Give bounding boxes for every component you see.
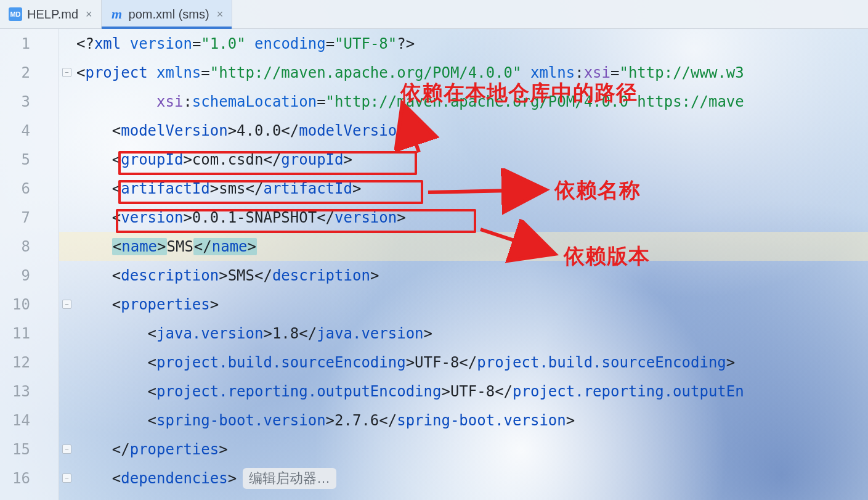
code-line[interactable]: <project.reporting.outputEncoding>UTF-8<…	[59, 377, 868, 406]
line-number: 12	[0, 348, 59, 377]
line-number: 1	[0, 29, 59, 58]
line-number: 2	[0, 58, 59, 87]
line-number: 13	[0, 377, 59, 406]
code-line[interactable]: <groupId>com.csdn</groupId>	[59, 145, 868, 174]
code-line[interactable]: <modelVersion>4.0.0</modelVersion>	[59, 116, 868, 145]
tab-bar: MD HELP.md × m pom.xml (sms) ×	[0, 0, 868, 29]
tab-label: pom.xml (sms)	[129, 7, 209, 22]
line-number: 11	[0, 319, 59, 348]
code-line[interactable]: 💡 <version>0.0.1-SNAPSHOT</version>	[59, 203, 868, 232]
code-line[interactable]: <description>SMS</description>	[59, 261, 868, 290]
markdown-file-icon: MD	[9, 7, 22, 21]
line-number: 5	[0, 145, 59, 174]
maven-file-icon: m	[110, 7, 124, 21]
code-line[interactable]: <name>SMS</name>	[59, 232, 868, 261]
close-icon[interactable]: ×	[86, 8, 92, 21]
line-number-gutter: 1 2 3 4 5 6 7 8 9 10 11 12 13 14 15 16	[0, 29, 59, 500]
code-line[interactable]: <spring-boot.version>2.7.6</spring-boot.…	[59, 406, 868, 435]
tab-label: HELP.md	[27, 7, 78, 22]
line-number: 4	[0, 116, 59, 145]
code-area[interactable]: <?xml version="1.0" encoding="UTF-8"?> <…	[59, 29, 868, 500]
line-number: 3	[0, 87, 59, 116]
code-line[interactable]: xsi:schemaLocation="http://maven.apache.…	[59, 87, 868, 116]
line-number: 10	[0, 290, 59, 319]
line-number: 16	[0, 464, 59, 493]
inlay-hint-edit-starters[interactable]: 编辑启动器…	[243, 468, 336, 489]
code-line[interactable]: <?xml version="1.0" encoding="UTF-8"?>	[59, 29, 868, 58]
tab-help-md[interactable]: MD HELP.md ×	[0, 0, 102, 28]
close-icon[interactable]: ×	[217, 8, 224, 21]
code-line[interactable]: <dependencies>编辑启动器…	[59, 464, 868, 493]
code-line[interactable]: <project xmlns="http://maven.apache.org/…	[59, 58, 868, 87]
tab-pom-xml[interactable]: m pom.xml (sms) ×	[102, 0, 233, 28]
line-number: 6	[0, 174, 59, 203]
line-number: 8	[0, 232, 59, 261]
line-number: 15	[0, 435, 59, 464]
line-number: 14	[0, 406, 59, 435]
code-line[interactable]: <properties>	[59, 290, 868, 319]
code-line[interactable]: </properties>	[59, 435, 868, 464]
line-number: 9	[0, 261, 59, 290]
code-editor[interactable]: 1 2 3 4 5 6 7 8 9 10 11 12 13 14 15 16 <…	[0, 29, 868, 500]
code-line[interactable]: <artifactId>sms</artifactId>	[59, 174, 868, 203]
code-line[interactable]: <project.build.sourceEncoding>UTF-8</pro…	[59, 348, 868, 377]
code-line[interactable]: <java.version>1.8</java.version>	[59, 319, 868, 348]
line-number: 7	[0, 203, 59, 232]
